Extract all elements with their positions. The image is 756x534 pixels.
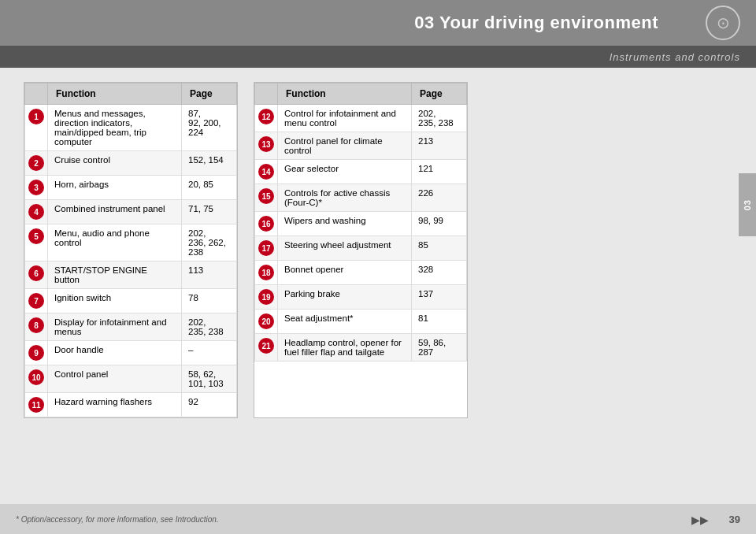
row-function: Horn, airbags <box>48 176 182 200</box>
left-table-page-header: Page <box>182 83 237 105</box>
row-number: 16 <box>258 216 274 232</box>
row-number: 5 <box>28 228 44 244</box>
row-number-cell: 17 <box>255 236 278 261</box>
row-number: 1 <box>28 109 44 124</box>
section-bar: Instruments and controls <box>0 46 756 68</box>
row-function: Bonnet opener <box>278 261 412 285</box>
row-page: 81 <box>412 310 467 334</box>
row-number: 7 <box>28 293 44 309</box>
row-page: 59, 86, 287 <box>412 334 467 362</box>
table-row: 2Cruise control152, 154 <box>25 151 237 176</box>
row-number-cell: 13 <box>255 132 278 160</box>
row-page: 113 <box>182 261 237 289</box>
row-number: 10 <box>28 369 44 385</box>
row-number-cell: 6 <box>25 261 48 289</box>
left-table-function-header: Function <box>48 83 182 105</box>
row-number: 11 <box>28 397 44 413</box>
row-number: 18 <box>258 265 274 280</box>
chapter-tab: 03 <box>739 173 756 236</box>
table-row: 17Steering wheel adjustment85 <box>255 236 467 261</box>
row-number-cell: 3 <box>25 176 48 200</box>
chapter-icon: ⊙ <box>706 6 740 40</box>
row-page: 202, 235, 238 <box>412 105 467 132</box>
table-row: 15Controls for active chassis (Four-C)*2… <box>255 184 467 212</box>
row-page: 152, 154 <box>182 151 237 176</box>
row-page: 20, 85 <box>182 176 237 200</box>
row-number: 3 <box>28 180 44 195</box>
row-number-cell: 7 <box>25 289 48 313</box>
row-page: 58, 62, 101, 103 <box>182 365 237 393</box>
row-function: Cruise control <box>48 151 182 176</box>
row-function: Menu, audio and phone control <box>48 224 182 261</box>
row-function: Steering wheel adjustment <box>278 236 412 261</box>
row-number-cell: 18 <box>255 261 278 285</box>
row-function: Hazard warning flashers <box>48 393 182 417</box>
row-number: 12 <box>258 109 274 124</box>
table-row: 13Control panel for climate control213 <box>255 132 467 160</box>
row-number-cell: 8 <box>25 313 48 341</box>
table-row: 5Menu, audio and phone control202, 236, … <box>25 224 237 261</box>
row-page: 71, 75 <box>182 200 237 224</box>
page-number: 39 <box>729 514 740 525</box>
row-page: – <box>182 341 237 365</box>
page-header: 03 Your driving environment ⊙ <box>0 0 756 46</box>
right-table-page-header: Page <box>412 83 467 105</box>
row-page: 213 <box>412 132 467 160</box>
table-row: 9Door handle– <box>25 341 237 365</box>
footer-note: * Option/accessory, for more information… <box>16 515 219 524</box>
row-number: 13 <box>258 136 274 152</box>
table-row: 19Parking brake137 <box>255 285 467 310</box>
row-function: Ignition switch <box>48 289 182 313</box>
table-row: 6START/STOP ENGINE button113 <box>25 261 237 289</box>
row-number-cell: 4 <box>25 200 48 224</box>
right-table-num-header <box>255 83 278 105</box>
table-row: 18Bonnet opener328 <box>255 261 467 285</box>
row-number-cell: 15 <box>255 184 278 212</box>
table-row: 8Display for infotainment and menus202, … <box>25 313 237 341</box>
row-function: Display for infotainment and menus <box>48 313 182 341</box>
section-label: Instruments and controls <box>610 51 740 63</box>
row-number-cell: 9 <box>25 341 48 365</box>
next-arrow[interactable]: ▶▶ <box>691 514 709 526</box>
row-function: Control panel <box>48 365 182 393</box>
table-row: 1Menus and messages, direction indicator… <box>25 105 237 151</box>
row-number: 9 <box>28 345 44 361</box>
left-table-num-header <box>25 83 48 105</box>
row-page: 78 <box>182 289 237 313</box>
main-content: Function Page 1Menus and messages, direc… <box>0 74 756 426</box>
row-function: Seat adjustment* <box>278 310 412 334</box>
row-function: Controls for active chassis (Four-C)* <box>278 184 412 212</box>
row-page: 87, 92, 200, 224 <box>182 105 237 151</box>
row-number: 8 <box>28 317 44 333</box>
row-number-cell: 2 <box>25 151 48 176</box>
row-page: 328 <box>412 261 467 285</box>
row-function: Door handle <box>48 341 182 365</box>
row-page: 92 <box>182 393 237 417</box>
table-row: 14Gear selector121 <box>255 160 467 184</box>
row-number-cell: 20 <box>255 310 278 334</box>
row-function: Wipers and washing <box>278 212 412 236</box>
table-row: 4Combined instrument panel71, 75 <box>25 200 237 224</box>
row-number: 14 <box>258 164 274 180</box>
row-page: 98, 99 <box>412 212 467 236</box>
row-page: 137 <box>412 285 467 310</box>
row-function: Parking brake <box>278 285 412 310</box>
row-number: 6 <box>28 265 44 281</box>
row-function: Combined instrument panel <box>48 200 182 224</box>
row-page: 85 <box>412 236 467 261</box>
row-number-cell: 14 <box>255 160 278 184</box>
table-row: 16Wipers and washing98, 99 <box>255 212 467 236</box>
row-page: 121 <box>412 160 467 184</box>
row-number-cell: 12 <box>255 105 278 132</box>
row-number-cell: 10 <box>25 365 48 393</box>
row-number: 4 <box>28 204 44 220</box>
table-row: 7Ignition switch78 <box>25 289 237 313</box>
row-page: 202, 235, 238 <box>182 313 237 341</box>
row-function: Control panel for climate control <box>278 132 412 160</box>
row-number-cell: 1 <box>25 105 48 151</box>
table-row: 11Hazard warning flashers92 <box>25 393 237 417</box>
table-row: 10Control panel58, 62, 101, 103 <box>25 365 237 393</box>
row-number: 17 <box>258 240 274 256</box>
row-page: 202, 236, 262, 238 <box>182 224 237 261</box>
row-number: 20 <box>258 313 274 329</box>
